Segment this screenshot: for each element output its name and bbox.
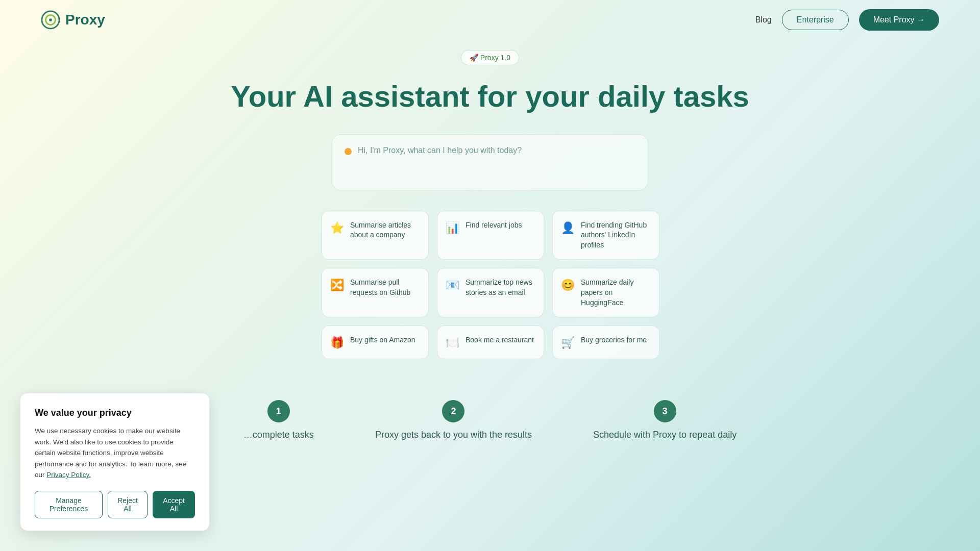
- svg-point-2: [49, 18, 52, 21]
- cookie-actions: Manage Preferences Reject All Accept All: [35, 491, 195, 518]
- proxy-logo-icon: [41, 10, 60, 30]
- logo-text: Proxy: [65, 12, 105, 28]
- step-1: 1 …complete tasks: [243, 400, 314, 440]
- action-card-0[interactable]: ⭐ Summarise articles about a company: [322, 211, 429, 260]
- action-cards-grid: ⭐ Summarise articles about a company 📊 F…: [322, 211, 658, 360]
- card-icon-6: 🎁: [330, 336, 344, 349]
- chat-box-inner: Hi, I'm Proxy, what can I help you with …: [345, 146, 635, 155]
- cookie-title: We value your privacy: [35, 408, 195, 418]
- action-card-3[interactable]: 🔀 Summarise pull requests on Github: [322, 268, 429, 317]
- action-card-8[interactable]: 🛒 Buy groceries for me: [552, 325, 659, 359]
- card-icon-2: 👤: [561, 221, 575, 235]
- card-icon-8: 🛒: [561, 336, 575, 349]
- enterprise-button[interactable]: Enterprise: [782, 10, 849, 30]
- meet-proxy-button[interactable]: Meet Proxy →: [859, 9, 939, 31]
- step-text-1: …complete tasks: [243, 430, 314, 440]
- card-text-6: Buy gifts on Amazon: [350, 335, 415, 345]
- card-text-7: Book me a restaurant: [465, 335, 534, 345]
- chat-status-dot: [345, 148, 352, 155]
- card-text-8: Buy groceries for me: [581, 335, 647, 345]
- card-text-5: Summarize daily papers on HuggingFace: [581, 278, 651, 308]
- card-icon-0: ⭐: [330, 221, 344, 235]
- action-card-2[interactable]: 👤 Find trending GitHub authors' LinkedIn…: [552, 211, 659, 260]
- step-number-3: 3: [654, 400, 676, 422]
- reject-all-button[interactable]: Reject All: [108, 491, 148, 518]
- card-icon-3: 🔀: [330, 279, 344, 292]
- privacy-policy-link[interactable]: Privacy Policy.: [46, 471, 91, 479]
- card-text-2: Find trending GitHub authors' LinkedIn p…: [581, 220, 651, 251]
- version-badge: 🚀 Proxy 1.0: [461, 50, 519, 65]
- blog-link[interactable]: Blog: [755, 15, 772, 24]
- logo-area: Proxy: [41, 10, 105, 30]
- action-card-4[interactable]: 📧 Summarize top news stories as an email: [437, 268, 544, 317]
- card-text-0: Summarise articles about a company: [350, 220, 420, 240]
- action-card-5[interactable]: 😊 Summarize daily papers on HuggingFace: [552, 268, 659, 317]
- step-2: 2 Proxy gets back to you with the result…: [375, 400, 532, 440]
- step-text-2: Proxy gets back to you with the results: [375, 430, 532, 440]
- chat-input-box[interactable]: Hi, I'm Proxy, what can I help you with …: [332, 134, 648, 190]
- step-number-2: 2: [442, 400, 464, 422]
- header: Proxy Blog Enterprise Meet Proxy →: [0, 0, 980, 40]
- action-card-7[interactable]: 🍽️ Book me a restaurant: [437, 325, 544, 359]
- cookie-banner: We value your privacy We use necessary c…: [20, 393, 209, 531]
- accept-all-button[interactable]: Accept All: [153, 491, 195, 518]
- card-icon-1: 📊: [446, 221, 459, 235]
- manage-preferences-button[interactable]: Manage Preferences: [35, 491, 103, 518]
- chat-placeholder-text: Hi, I'm Proxy, what can I help you with …: [358, 146, 522, 155]
- action-card-1[interactable]: 📊 Find relevant jobs: [437, 211, 544, 260]
- card-icon-4: 📧: [446, 279, 459, 292]
- action-card-6[interactable]: 🎁 Buy gifts on Amazon: [322, 325, 429, 359]
- step-number-1: 1: [267, 400, 290, 422]
- card-icon-7: 🍽️: [446, 336, 459, 349]
- card-icon-5: 😊: [561, 279, 575, 292]
- cookie-body: We use necessary cookies to make our web…: [35, 425, 195, 481]
- card-text-3: Summarise pull requests on Github: [350, 278, 420, 297]
- nav-right: Blog Enterprise Meet Proxy →: [755, 9, 939, 31]
- card-text-4: Summarize top news stories as an email: [465, 278, 535, 297]
- hero-title: Your AI assistant for your daily tasks: [231, 80, 749, 114]
- step-3: 3 Schedule with Proxy to repeat daily: [593, 400, 737, 440]
- step-text-3: Schedule with Proxy to repeat daily: [593, 430, 737, 440]
- card-text-1: Find relevant jobs: [465, 220, 522, 231]
